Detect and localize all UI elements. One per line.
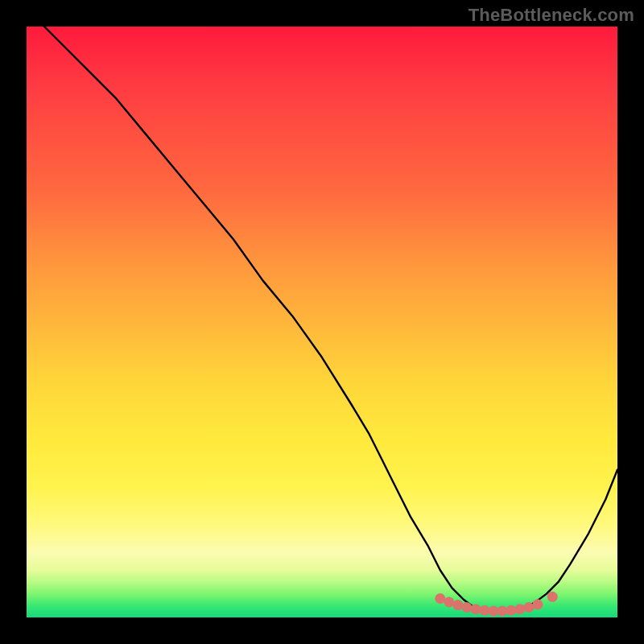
highlight-dot	[461, 602, 472, 613]
chart-overlay-svg	[27, 27, 617, 617]
highlight-dot	[506, 605, 516, 616]
highlight-dots-group	[435, 592, 557, 617]
watermark-text: TheBottleneck.com	[469, 5, 634, 26]
bottleneck-curve	[44, 27, 617, 612]
highlight-dot	[452, 600, 463, 610]
highlight-dot	[514, 604, 525, 614]
highlight-dot	[497, 605, 507, 616]
highlight-dot	[547, 592, 558, 602]
highlight-dot	[479, 605, 489, 616]
highlight-dot	[523, 602, 534, 613]
highlight-dot	[444, 597, 454, 607]
chart-frame: TheBottleneck.com	[0, 0, 644, 644]
highlight-dot	[532, 599, 543, 609]
highlight-dot	[470, 604, 481, 614]
